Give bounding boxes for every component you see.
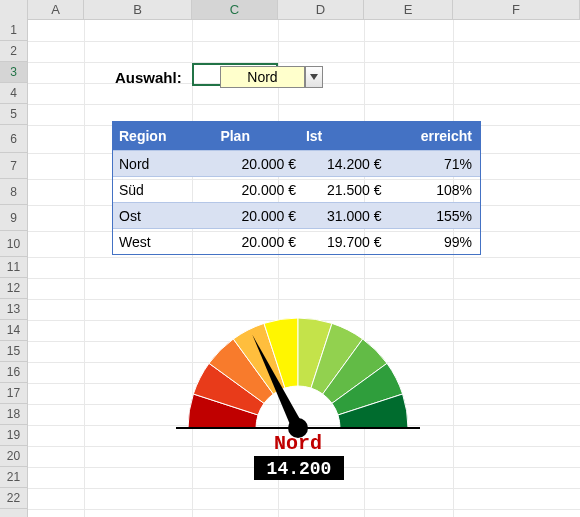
- table-header-row: Region Plan Ist erreicht: [113, 122, 480, 150]
- row-header-19[interactable]: 19: [0, 425, 27, 446]
- col-erreicht[interactable]: erreicht: [391, 128, 480, 144]
- col-ist[interactable]: Ist: [306, 128, 392, 144]
- row-header-12[interactable]: 12: [0, 278, 27, 299]
- row-header-14[interactable]: 14: [0, 320, 27, 341]
- row-header-2[interactable]: 2: [0, 41, 27, 62]
- col-header-D[interactable]: D: [278, 0, 364, 19]
- table-row[interactable]: West20.000 €19.700 €99%: [113, 228, 480, 254]
- table-row[interactable]: Ost20.000 €31.000 €155%: [113, 202, 480, 228]
- row-header-22[interactable]: 22: [0, 488, 27, 509]
- cell-ist: 14.200 €: [306, 156, 392, 172]
- spreadsheet: ABCDEF 123456789101112131415161718192021…: [0, 0, 580, 517]
- gauge-chart: Nord 14.200: [168, 300, 428, 470]
- row-headers: 12345678910111213141516171819202122: [0, 20, 28, 517]
- cell-ist: 31.000 €: [306, 208, 392, 224]
- gauge-value: 14.200: [254, 456, 344, 480]
- row-header-8[interactable]: 8: [0, 179, 27, 205]
- cell-plan: 20.000 €: [220, 208, 306, 224]
- cell-region: Süd: [113, 182, 220, 198]
- cell-ist: 21.500 €: [306, 182, 392, 198]
- chevron-down-icon: [310, 74, 318, 80]
- row-header-20[interactable]: 20: [0, 446, 27, 467]
- cell-erreicht: 155%: [391, 208, 480, 224]
- cell-erreicht: 108%: [391, 182, 480, 198]
- table-row[interactable]: Süd20.000 €21.500 €108%: [113, 176, 480, 202]
- grid-area[interactable]: Auswahl: Nord Region Plan Ist erreicht N…: [28, 20, 580, 517]
- region-dropdown-value: Nord: [247, 69, 277, 85]
- col-header-E[interactable]: E: [364, 0, 453, 19]
- region-dropdown[interactable]: Nord: [220, 66, 305, 88]
- col-header-B[interactable]: B: [84, 0, 192, 19]
- region-table: Region Plan Ist erreicht Nord20.000 €14.…: [112, 121, 481, 255]
- cell-region: Ost: [113, 208, 220, 224]
- select-all-corner[interactable]: [0, 0, 28, 20]
- col-header-A[interactable]: A: [28, 0, 84, 19]
- region-dropdown-button[interactable]: [305, 66, 323, 88]
- row-header-7[interactable]: 7: [0, 153, 27, 179]
- selection-label: Auswahl:: [115, 69, 182, 86]
- gauge-svg: [168, 300, 428, 440]
- cell-plan: 20.000 €: [220, 234, 306, 250]
- row-header-11[interactable]: 11: [0, 257, 27, 278]
- cell-ist: 19.700 €: [306, 234, 392, 250]
- row-header-18[interactable]: 18: [0, 404, 27, 425]
- row-header-16[interactable]: 16: [0, 362, 27, 383]
- row-header-10[interactable]: 10: [0, 231, 27, 257]
- row-header-1[interactable]: 1: [0, 20, 27, 41]
- gauge-title: Nord: [168, 432, 428, 455]
- row-header-21[interactable]: 21: [0, 467, 27, 488]
- row-header-5[interactable]: 5: [0, 104, 27, 125]
- row-header-6[interactable]: 6: [0, 125, 27, 153]
- col-header-C[interactable]: C: [192, 0, 278, 19]
- cell-erreicht: 99%: [391, 234, 480, 250]
- row-header-13[interactable]: 13: [0, 299, 27, 320]
- cell-region: Nord: [113, 156, 220, 172]
- row-header-9[interactable]: 9: [0, 205, 27, 231]
- col-plan[interactable]: Plan: [220, 128, 306, 144]
- col-region[interactable]: Region: [113, 128, 220, 144]
- table-row[interactable]: Nord20.000 €14.200 €71%: [113, 150, 480, 176]
- row-header-17[interactable]: 17: [0, 383, 27, 404]
- row-header-4[interactable]: 4: [0, 83, 27, 104]
- cell-erreicht: 71%: [391, 156, 480, 172]
- row-header-15[interactable]: 15: [0, 341, 27, 362]
- row-header-3[interactable]: 3: [0, 62, 27, 83]
- cell-region: West: [113, 234, 220, 250]
- column-headers: ABCDEF: [0, 0, 580, 20]
- cell-plan: 20.000 €: [220, 182, 306, 198]
- col-header-F[interactable]: F: [453, 0, 580, 19]
- cell-plan: 20.000 €: [220, 156, 306, 172]
